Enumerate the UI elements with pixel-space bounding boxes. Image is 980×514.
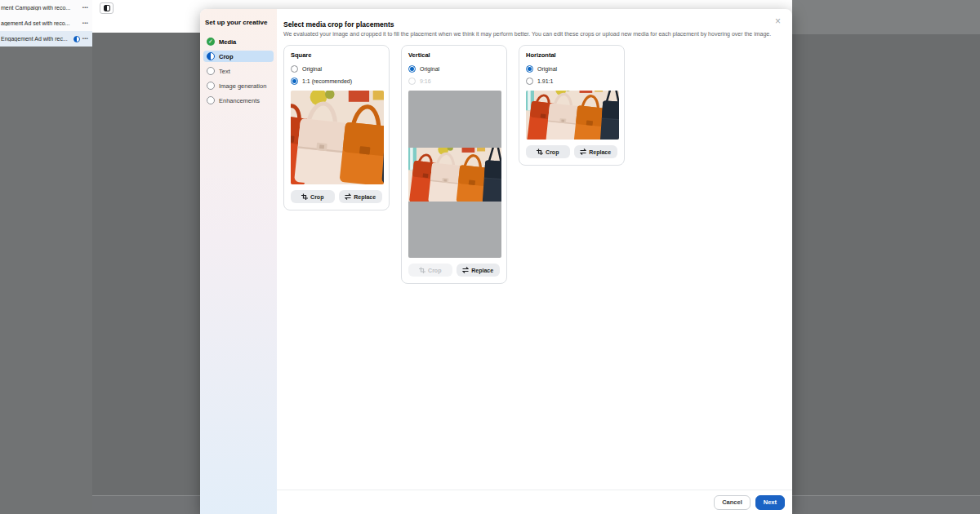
empty-circle-icon: [207, 67, 215, 75]
replace-button[interactable]: Replace: [457, 264, 501, 277]
step-label: Media: [219, 38, 236, 46]
step-media[interactable]: Media: [203, 36, 274, 47]
radio-label: Original: [302, 66, 322, 72]
placement-name: Horizontal: [526, 51, 617, 59]
step-label: Enhancements: [219, 97, 260, 104]
empty-circle-icon: [207, 96, 215, 104]
placement-cards: Square Original 1:1 (recommended) Crop: [283, 45, 784, 284]
crop-icon: [301, 193, 308, 200]
empty-circle-icon: [207, 82, 215, 90]
page-subtitle: We evaluated your image and cropped it t…: [283, 31, 773, 37]
crop-button[interactable]: Crop: [291, 190, 335, 203]
dialog-footer: Cancel Next: [277, 490, 792, 514]
campaign-label: ment Campaign with reco...: [1, 5, 80, 11]
cancel-button[interactable]: Cancel: [714, 495, 751, 510]
radio-selected-icon[interactable]: [291, 78, 298, 85]
ellipsis-menu-icon[interactable]: ⋯: [82, 20, 90, 27]
adset-label: agement Ad set with reco...: [1, 20, 80, 26]
radio-icon[interactable]: [291, 65, 298, 73]
replace-button[interactable]: Replace: [574, 145, 618, 158]
step-crop[interactable]: Crop: [203, 51, 274, 62]
radio-label: Original: [537, 66, 557, 72]
vertical-media-preview[interactable]: [408, 91, 501, 258]
radio-horizontal-1-91[interactable]: 1.91:1: [526, 75, 617, 87]
replace-icon: [345, 193, 351, 200]
radio-selected-icon[interactable]: [526, 65, 533, 73]
campaign-sidebar: ment Campaign with reco... ⋯ agement Ad …: [0, 0, 92, 514]
square-media-preview[interactable]: [291, 91, 384, 184]
step-text[interactable]: Text: [203, 65, 274, 77]
radio-square-1-1[interactable]: 1:1 (recommended): [291, 75, 382, 87]
dialog-title: Set up your creative: [205, 19, 272, 26]
step-label: Image generation: [219, 82, 266, 90]
campaign-tree: ment Campaign with reco... ⋯ agement Ad …: [0, 0, 92, 47]
half-circle-icon: [207, 52, 215, 60]
creative-setup-dialog: Set up your creative Media Crop Text Ima…: [200, 9, 792, 514]
sidebar-item-ad[interactable]: Engagement Ad with rec... ⋯: [0, 31, 92, 47]
radio-label: 9:16: [420, 78, 431, 84]
step-label: Crop: [219, 53, 234, 60]
collapse-panel-button[interactable]: [100, 2, 114, 14]
square-placement-card: Square Original 1:1 (recommended) Crop: [283, 45, 390, 210]
replace-button[interactable]: Replace: [339, 190, 383, 203]
radio-square-original[interactable]: Original: [291, 63, 382, 75]
crop-button-disabled[interactable]: Crop: [408, 264, 452, 277]
page-title: Select media crop for placements: [283, 20, 784, 29]
replace-icon: [580, 148, 586, 155]
sidebar-toggle-icon: [104, 5, 110, 11]
radio-label: Original: [420, 66, 439, 72]
crop-button[interactable]: Crop: [526, 145, 570, 158]
sidebar-item-campaign[interactable]: ment Campaign with reco... ⋯: [0, 0, 92, 16]
horizontal-placement-card: Horizontal Original 1.91:1 Crop: [519, 45, 625, 166]
crop-icon: [419, 267, 425, 273]
placement-name: Square: [291, 51, 382, 59]
placement-name: Vertical: [408, 51, 500, 59]
close-icon[interactable]: ×: [775, 17, 781, 25]
radio-vertical-original[interactable]: Original: [408, 63, 500, 75]
radio-label: 1:1 (recommended): [302, 78, 352, 84]
top-bar-dimmed: [792, 0, 980, 34]
radio-icon[interactable]: [526, 78, 533, 85]
vertical-placement-card: Vertical Original 9:16 C: [401, 45, 507, 284]
replace-icon: [462, 267, 469, 273]
radio-horizontal-original[interactable]: Original: [526, 63, 617, 75]
letterboxed-photo: [408, 148, 501, 202]
radio-vertical-9-16[interactable]: 9:16: [408, 75, 500, 87]
radio-label: 1.91:1: [537, 78, 553, 84]
check-circle-icon: [207, 38, 215, 46]
step-label: Text: [219, 68, 230, 75]
dialog-content: × Select media crop for placements We ev…: [277, 9, 792, 514]
radio-selected-icon[interactable]: [408, 65, 416, 73]
dialog-steps-panel: Set up your creative Media Crop Text Ima…: [200, 9, 277, 514]
ad-label: Engagement Ad with rec...: [1, 36, 71, 42]
ellipsis-menu-icon[interactable]: ⋯: [82, 4, 90, 11]
step-enhancements[interactable]: Enhancements: [203, 95, 274, 106]
ellipsis-menu-icon[interactable]: ⋯: [82, 35, 90, 42]
horizontal-media-preview[interactable]: [526, 91, 619, 140]
in-progress-icon: [74, 36, 80, 42]
sidebar-item-adset[interactable]: agement Ad set with reco... ⋯: [0, 16, 92, 31]
crop-icon: [537, 148, 543, 155]
radio-disabled-icon[interactable]: [408, 78, 416, 85]
next-button[interactable]: Next: [755, 495, 785, 510]
step-image-generation[interactable]: Image generation: [203, 80, 274, 91]
